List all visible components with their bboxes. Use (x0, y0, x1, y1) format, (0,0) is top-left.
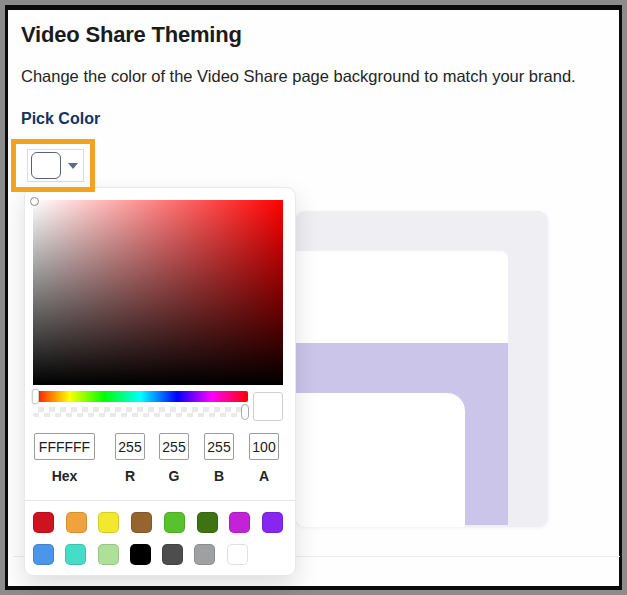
popup-divider (25, 500, 295, 501)
palette-swatch-96642f[interactable] (131, 512, 152, 533)
pick-color-label: Pick Color (21, 110, 100, 128)
saturation-cursor[interactable] (30, 197, 39, 206)
palette-row-1 (33, 512, 283, 533)
blue-field-label: B (204, 468, 234, 484)
palette-swatch-4d4d4d[interactable] (162, 544, 183, 565)
hex-input[interactable] (34, 433, 95, 460)
palette-row-2 (33, 544, 283, 565)
palette-swatch-ffffff[interactable] (227, 544, 248, 565)
palette-swatch-000000[interactable] (130, 544, 151, 565)
settings-page: Video Share Theming Change the color of … (5, 5, 622, 590)
palette-swatch-4a96e8[interactable] (33, 544, 54, 565)
preview-content-card (295, 393, 465, 527)
chevron-down-icon (68, 163, 78, 169)
color-picker-popup: Hex R G B A (24, 187, 296, 576)
hue-slider-handle[interactable] (32, 389, 39, 404)
palette-swatch-f0a33c[interactable] (66, 512, 87, 533)
preview-header-band (295, 251, 508, 343)
palette-swatch-8726f0[interactable] (262, 512, 283, 533)
color-dropdown-button[interactable] (27, 149, 84, 182)
blue-input[interactable] (204, 433, 234, 460)
green-field-label: G (159, 468, 189, 484)
palette-swatch-c322d9[interactable] (229, 512, 250, 533)
green-input[interactable] (159, 433, 189, 460)
hex-field-label: Hex (34, 468, 95, 484)
selected-color-swatch[interactable] (31, 152, 61, 179)
palette-swatch-f2e92f[interactable] (98, 512, 119, 533)
alpha-slider-handle[interactable] (241, 404, 249, 420)
hue-slider[interactable] (33, 391, 248, 402)
palette-swatch-ce121f[interactable] (33, 512, 54, 533)
page-title: Video Share Theming (21, 22, 242, 48)
alpha-field-label: A (249, 468, 279, 484)
red-input[interactable] (115, 433, 145, 460)
alpha-slider[interactable] (33, 407, 248, 417)
palette-swatch-aee098[interactable] (98, 544, 119, 565)
saturation-value-area[interactable] (33, 200, 283, 385)
palette-swatch-57c22d[interactable] (164, 512, 185, 533)
theme-preview-card (295, 211, 548, 527)
palette-swatch-9fa0a2[interactable] (194, 544, 215, 565)
palette-swatch-3e7314[interactable] (197, 512, 218, 533)
palette-swatch-45dcc8[interactable] (65, 544, 86, 565)
current-color-preview (253, 392, 283, 421)
alpha-input[interactable] (249, 433, 279, 460)
page-subtitle: Change the color of the Video Share page… (21, 67, 576, 86)
red-field-label: R (115, 468, 145, 484)
